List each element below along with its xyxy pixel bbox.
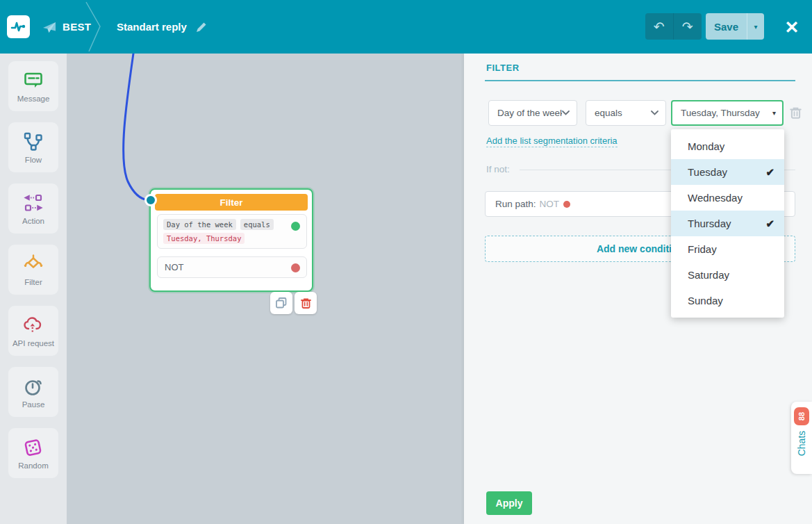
redo-button[interactable]: ↷ [674, 13, 702, 40]
palette-label: Message [17, 95, 50, 103]
run-path-status-dot [563, 201, 570, 208]
run-path-value: NOT [540, 199, 560, 209]
filter-icon [23, 254, 44, 275]
delete-node-button[interactable] [295, 292, 317, 314]
dropdown-option-label: Thursday [688, 218, 731, 229]
save-button[interactable]: Save [706, 13, 747, 40]
trash-icon [300, 297, 312, 309]
palette-label: Action [22, 217, 44, 225]
flow-icon [23, 131, 44, 152]
panel-title-underline [485, 80, 795, 81]
delete-condition-button[interactable] [789, 106, 802, 122]
flow-canvas[interactable]: Filter Day of the week equals Tuesday, T… [67, 54, 464, 524]
node-palette: Message Flow Action [0, 54, 67, 524]
flow-title: Standart reply [117, 21, 187, 33]
dropdown-option-label: Sunday [688, 295, 723, 306]
operator-select-value: equals [586, 108, 651, 118]
dropdown-option-label: Tuesday [688, 166, 727, 178]
field-select-value: Day of the week [489, 108, 562, 118]
palette-item-api-request[interactable]: API request [8, 306, 58, 356]
palette-label: Flow [25, 156, 42, 164]
apply-button[interactable]: Apply [486, 491, 532, 515]
copy-icon [275, 297, 288, 309]
filter-settings-panel: FILTER Day of the week equals Tuesday, T… [464, 54, 812, 524]
dropdown-option-label: Friday [688, 243, 717, 255]
copy-node-button[interactable] [270, 292, 292, 314]
dropdown-option[interactable]: Monday ✔ [671, 133, 784, 159]
message-icon [23, 70, 44, 91]
pulse-logo-icon [10, 19, 26, 35]
segmentation-criteria-link[interactable]: Add the list segmentation criteria [486, 136, 618, 147]
api-request-icon [23, 315, 44, 336]
palette-label: Filter [24, 278, 42, 286]
else-output-port[interactable] [291, 263, 300, 272]
palette-item-filter[interactable]: Filter [8, 245, 58, 295]
flow-title-group: Standart reply [117, 0, 208, 54]
telegram-plane-icon [42, 19, 57, 35]
value-multiselect[interactable]: Tuesday, Thursday ▾ [671, 100, 784, 126]
action-icon [23, 193, 44, 213]
app-logo[interactable] [7, 15, 30, 38]
palette-label: Random [18, 461, 48, 470]
if-not-label: If not: [486, 164, 510, 174]
undo-redo-group: ↶ ↷ [645, 13, 702, 40]
chats-tab-label: Chats [796, 431, 807, 457]
condition-operator-chip: equals [240, 219, 274, 230]
chats-badge: 88 [794, 407, 809, 425]
breadcrumb-chevron [82, 0, 110, 54]
dropdown-option-label: Wednesday [688, 192, 743, 204]
condition-output-port[interactable] [291, 222, 300, 231]
chevron-down-icon [651, 110, 658, 115]
else-label: NOT [165, 262, 183, 272]
filter-node-condition[interactable]: Day of the week equals Tuesday, Thursday [157, 214, 307, 249]
palette-item-message[interactable]: Message [8, 61, 58, 111]
palette-item-flow[interactable]: Flow [8, 122, 58, 172]
close-editor-button[interactable]: ✕ [779, 15, 804, 40]
top-bar: BEST Standart reply ↶ ↷ Save ▾ ✕ [0, 0, 812, 54]
condition-value-chip: Tuesday, Thursday [163, 233, 245, 244]
redo-icon: ↷ [682, 19, 693, 35]
palette-item-random[interactable]: Random [8, 428, 58, 478]
chatbot-flow-editor: Filter Day of the week equals Tuesday, T… [0, 0, 812, 524]
palette-item-action[interactable]: Action [8, 183, 58, 234]
trash-icon [789, 106, 802, 120]
save-dropdown-caret[interactable]: ▾ [747, 13, 764, 40]
dropdown-option[interactable]: Tuesday ✔ [671, 159, 784, 185]
value-multiselect-value: Tuesday, Thursday [672, 108, 772, 118]
checkmark-icon: ✔ [765, 166, 774, 179]
edit-pencil-icon[interactable] [195, 21, 208, 33]
dropdown-option[interactable]: Sunday ✔ [671, 288, 784, 313]
undo-button[interactable]: ↶ [645, 13, 674, 40]
node-actions [270, 292, 317, 314]
dropdown-option-label: Monday [688, 140, 724, 152]
dropdown-option[interactable]: Saturday ✔ [671, 262, 784, 288]
field-select[interactable]: Day of the week [488, 100, 577, 126]
filter-node-title[interactable]: Filter [155, 194, 308, 211]
palette-label: Pause [22, 400, 45, 409]
dropdown-option[interactable]: Thursday ✔ [671, 211, 784, 236]
palette-label: API request [13, 339, 54, 347]
random-icon [23, 437, 44, 458]
palette-item-pause[interactable]: Pause [8, 367, 58, 417]
caret-down-icon: ▾ [772, 109, 776, 117]
operator-select[interactable]: equals [586, 100, 666, 126]
checkmark-icon: ✔ [765, 218, 774, 230]
dropdown-option[interactable]: Wednesday ✔ [671, 185, 784, 211]
chats-side-tab[interactable]: 88 Chats [791, 402, 812, 474]
panel-title: FILTER [486, 63, 520, 73]
node-input-port[interactable] [144, 194, 157, 206]
filter-node-else[interactable]: NOT [157, 256, 307, 278]
chevron-down-icon [562, 110, 570, 115]
run-path-prefix: Run path: [495, 199, 536, 209]
dropdown-option[interactable]: Friday ✔ [671, 236, 784, 262]
undo-icon: ↶ [654, 19, 665, 35]
days-dropdown: Monday ✔ Tuesday ✔ Wednesday ✔ Thursday … [671, 129, 784, 318]
save-button-group: Save ▾ [706, 13, 764, 40]
close-icon: ✕ [785, 17, 799, 38]
condition-field-chip: Day of the week [163, 219, 236, 230]
filter-node[interactable]: Filter Day of the week equals Tuesday, T… [149, 188, 313, 292]
dropdown-option-label: Saturday [688, 269, 729, 281]
pause-icon [23, 376, 44, 397]
